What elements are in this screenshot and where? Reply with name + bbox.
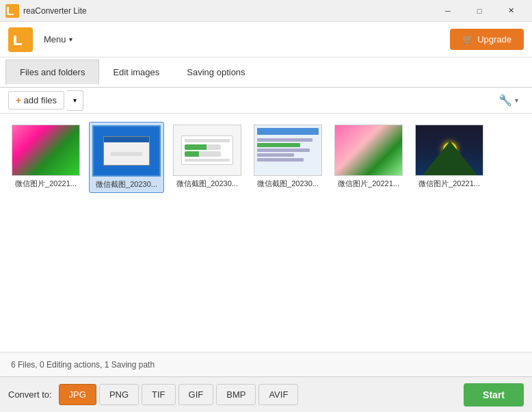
format-button-bmp[interactable]: BMP: [216, 384, 256, 405]
upgrade-label: Upgrade: [477, 34, 511, 44]
format-button-jpg[interactable]: JPG: [59, 384, 96, 405]
file-thumbnail: [254, 125, 322, 176]
files-grid: 微信图片_20221... 微信截图_20230... 微信截图_20230..…: [0, 114, 532, 352]
file-name: 微信图片_20221...: [15, 179, 77, 189]
add-files-label: add files: [24, 95, 57, 105]
tools-button[interactable]: 🔧 ▾: [493, 90, 524, 110]
menu-button[interactable]: Menu ▾: [40, 31, 77, 47]
maximize-button[interactable]: □: [464, 0, 495, 22]
minimize-button[interactable]: ─: [432, 0, 464, 22]
window-controls: ─ □ ✕: [432, 0, 527, 22]
add-files-dropdown-button[interactable]: ▾: [67, 90, 83, 111]
bottom-bar: Convert to: JPGPNGTIFGIFBMPAVIF Start: [0, 376, 532, 412]
nav-tabs: Files and folders Edit images Saving opt…: [0, 57, 532, 88]
file-thumbnail: [415, 125, 483, 176]
app-toolbar: Menu ▾ 🛒 Upgrade: [0, 22, 532, 57]
file-name: 微信截图_20230...: [176, 179, 238, 189]
app-logo-icon: [8, 27, 33, 52]
menu-arrow-icon: ▾: [69, 36, 72, 43]
file-thumbnail: [92, 125, 161, 177]
tools-dropdown-arrow-icon: ▾: [515, 96, 518, 104]
cart-icon: 🛒: [462, 34, 473, 44]
file-item[interactable]: 微信图片_20221...: [331, 122, 406, 193]
convert-to-label: Convert to:: [8, 389, 52, 400]
file-item[interactable]: 微信截图_20230...: [250, 122, 325, 193]
format-buttons: JPGPNGTIFGIFBMPAVIF: [59, 384, 299, 405]
status-text: 6 Files, 0 Editing actions, 1 Saving pat…: [11, 360, 155, 370]
titlebar: reaConverter Lite ─ □ ✕: [0, 0, 532, 22]
tab-saving-options[interactable]: Saving options: [173, 60, 258, 86]
app-icon: [5, 4, 19, 18]
add-files-button[interactable]: + add files: [8, 91, 64, 110]
app-title: reaConverter Lite: [23, 6, 432, 16]
file-item[interactable]: 微信截图_20230...: [89, 122, 164, 193]
start-button[interactable]: Start: [464, 383, 524, 407]
file-name: 微信截图_20230...: [96, 179, 157, 190]
file-thumbnail: [12, 125, 80, 176]
plus-icon: +: [16, 95, 21, 105]
format-button-gif[interactable]: GIF: [178, 384, 214, 405]
file-thumbnail: [173, 125, 241, 176]
status-bar: 6 Files, 0 Editing actions, 1 Saving pat…: [0, 352, 532, 376]
file-item[interactable]: 微信截图_20230...: [170, 122, 245, 193]
format-button-avif[interactable]: AVIF: [258, 384, 298, 405]
format-button-png[interactable]: PNG: [99, 384, 139, 405]
file-name: 微信图片_20221...: [418, 179, 480, 189]
file-item[interactable]: 微信图片_20221...: [412, 122, 487, 193]
tab-files-and-folders[interactable]: Files and folders: [5, 60, 99, 86]
upgrade-button[interactable]: 🛒 Upgrade: [450, 29, 524, 50]
file-item[interactable]: 微信图片_20221...: [8, 122, 83, 193]
action-bar: + add files ▾ 🔧 ▾: [0, 88, 532, 114]
file-name: 微信图片_20221...: [338, 179, 399, 189]
wrench-icon: 🔧: [498, 94, 512, 107]
file-thumbnail: [334, 125, 403, 176]
close-button[interactable]: ✕: [495, 0, 527, 22]
svg-rect-3: [16, 34, 25, 43]
svg-rect-1: [9, 5, 16, 14]
file-name: 微信截图_20230...: [257, 179, 319, 189]
tab-edit-images[interactable]: Edit images: [99, 60, 173, 86]
dropdown-arrow-icon: ▾: [73, 96, 77, 104]
format-button-tif[interactable]: TIF: [142, 384, 176, 405]
menu-label: Menu: [44, 34, 66, 44]
